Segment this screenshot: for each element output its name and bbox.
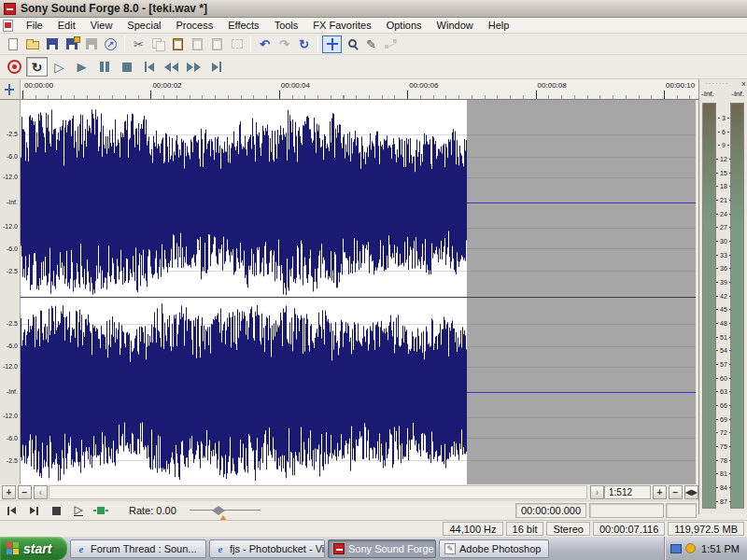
playbar-go-to-end-button[interactable] <box>22 503 45 519</box>
edit-tool-button[interactable] <box>322 35 342 53</box>
menu-view[interactable]: View <box>83 19 120 32</box>
play-all-button[interactable] <box>49 57 70 77</box>
stop-button[interactable] <box>116 57 137 77</box>
new-file-button[interactable] <box>3 35 22 53</box>
edit-tool-icon <box>5 84 15 95</box>
db-label-ch1: -6.0 <box>7 153 18 160</box>
ruler-tick-major <box>22 91 23 99</box>
rate-slider-thumb[interactable] <box>212 506 225 515</box>
edit-tool-indicator[interactable] <box>0 79 21 100</box>
db-label-ch2: -Inf. <box>7 388 18 395</box>
loop-playback-button[interactable] <box>26 57 48 77</box>
meter-scale-value: 75 <box>699 443 747 451</box>
forward-button[interactable] <box>183 57 204 77</box>
bit-depth-display[interactable]: 16 bit <box>506 522 544 536</box>
menu-fx-favorites[interactable]: FX Favorites <box>305 19 378 32</box>
channel-mode-display[interactable]: Stereo <box>546 522 589 536</box>
waveform-display[interactable] <box>21 100 696 484</box>
position-display[interactable]: 00:00:00.000 <box>515 503 586 518</box>
task-label: Adobe Photoshop <box>459 543 541 554</box>
ruler-label: 00:00:04 <box>281 81 310 90</box>
close-icon[interactable]: × <box>741 79 746 89</box>
vertical-zoom-in-button[interactable]: + <box>2 485 16 499</box>
meter-scale-value: 48 <box>699 320 747 328</box>
menu-window[interactable]: Window <box>430 19 481 32</box>
selection-length-display[interactable] <box>666 503 697 518</box>
new-file-icon <box>8 38 18 50</box>
ruler-tick-major <box>407 91 408 99</box>
playbar-stop-button[interactable] <box>45 503 67 519</box>
menu-file[interactable]: File <box>19 19 50 32</box>
pencil-tool-icon <box>366 37 376 51</box>
play-button[interactable] <box>71 57 92 77</box>
go-to-start-button[interactable] <box>138 57 160 77</box>
rate-slider[interactable] <box>190 503 261 518</box>
selection-end-display[interactable] <box>589 503 664 518</box>
task-button-1[interactable]: eForum Thread : Soun... <box>70 539 206 558</box>
menu-effects[interactable]: Effects <box>220 19 266 32</box>
meter-scale-value: 57 <box>699 361 747 369</box>
menu-help[interactable]: Help <box>481 19 517 32</box>
document-icon[interactable] <box>3 20 13 32</box>
paste-button[interactable] <box>168 35 188 53</box>
undo-button[interactable] <box>255 35 275 53</box>
save-as-button[interactable] <box>62 35 81 53</box>
time-ruler[interactable]: 00:00:0000:00:0200:00:0400:00:0600:00:08… <box>21 79 698 100</box>
task-button-4[interactable]: ✎Adobe Photoshop <box>439 539 549 558</box>
playbar-play-normal-button[interactable]: ▷ <box>67 503 90 519</box>
repeat-button[interactable] <box>294 35 314 53</box>
audio-event-locator-icon[interactable] <box>90 503 112 519</box>
start-button[interactable]: start <box>0 537 67 560</box>
paste-special-button <box>188 35 207 53</box>
meter-scale-value: 15 <box>699 170 747 177</box>
menu-tools[interactable]: Tools <box>267 19 306 32</box>
zoom-fit-button[interactable]: ◀▶ <box>684 485 698 499</box>
title-bar[interactable]: Sony Sound Forge 8.0 - [teki.wav *] <box>0 0 747 18</box>
horizontal-scrollbar[interactable] <box>49 485 587 499</box>
menu-edit[interactable]: Edit <box>50 19 83 32</box>
meter-scale-value: 87 <box>699 498 747 506</box>
task-button-3[interactable]: Sony Sound Forge 8.... <box>328 539 436 558</box>
ruler-tick-major <box>150 91 151 99</box>
meter-scale-value: 9 <box>699 142 747 149</box>
menu-options[interactable]: Options <box>379 19 430 32</box>
save-button[interactable] <box>42 35 62 53</box>
meter-scale-value: 30 <box>699 238 747 245</box>
taskbar: start eForum Thread : Soun...efjs - Phot… <box>0 537 747 560</box>
ruler-label: 00:00:02 <box>152 81 181 90</box>
zoom-in-button[interactable]: + <box>653 485 667 499</box>
sample-rate-display[interactable]: 44,100 Hz <box>443 522 502 536</box>
pause-button[interactable] <box>93 57 115 77</box>
trim-button <box>227 35 247 53</box>
zoom-ratio-display[interactable]: 1:512 <box>604 485 651 499</box>
menu-process[interactable]: Process <box>168 19 220 32</box>
free-space-display[interactable]: 119,972.5 MB <box>668 522 744 536</box>
scroll-left-arrow[interactable]: ‹ <box>34 485 48 499</box>
db-label-ch2: -2.5 <box>7 457 18 464</box>
open-file-button[interactable] <box>22 35 42 53</box>
scroll-right-arrow[interactable]: › <box>590 485 604 499</box>
playbar-go-to-start-button[interactable] <box>0 503 22 519</box>
zoom-out-button[interactable]: − <box>669 485 683 499</box>
record-button[interactable] <box>4 57 25 77</box>
cut-button[interactable] <box>129 35 148 53</box>
paste-special-icon <box>192 38 203 50</box>
meter-panel-header[interactable]: ······· × <box>699 79 747 89</box>
main-toolbar <box>0 34 747 55</box>
ruler-tick-major <box>664 91 665 99</box>
peak-readout-left[interactable]: -Inf. <box>701 90 714 98</box>
publish-button[interactable] <box>101 35 120 53</box>
rewind-button[interactable] <box>161 57 182 77</box>
menu-special[interactable]: Special <box>120 19 168 32</box>
update-tray-icon[interactable] <box>685 543 696 553</box>
ruler-label: 00:00:08 <box>538 81 567 90</box>
go-to-end-button[interactable] <box>205 57 227 77</box>
rate-label: Rate: 0.00 <box>129 505 176 516</box>
pencil-tool-button[interactable] <box>361 35 381 53</box>
task-button-2[interactable]: efjs - Photobucket - Vi... <box>209 539 325 558</box>
magnify-tool-button[interactable] <box>342 35 361 53</box>
network-tray-icon[interactable] <box>670 544 682 553</box>
vertical-zoom-out-button[interactable]: − <box>18 485 32 499</box>
peak-readout-right[interactable]: -Inf. <box>731 90 744 98</box>
total-length-display[interactable]: 00:00:07.116 <box>593 522 665 536</box>
